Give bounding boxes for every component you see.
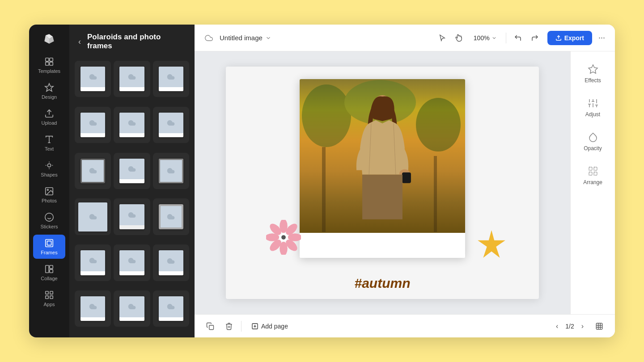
svg-rect-60 <box>596 323 602 329</box>
sidebar-item-frames[interactable]: Frames <box>33 235 65 259</box>
svg-rect-13 <box>46 265 49 273</box>
sidebar-item-collage-label: Collage <box>41 276 57 281</box>
sidebar-item-apps[interactable]: Apps <box>33 286 65 311</box>
svg-rect-18 <box>46 296 48 299</box>
frame-thumb-16[interactable] <box>75 290 111 327</box>
frame-thumb-9[interactable] <box>153 153 189 189</box>
svg-rect-55 <box>594 172 597 175</box>
export-icon <box>555 35 562 41</box>
page-next-button[interactable]: › <box>578 320 587 332</box>
frame-thumb-7[interactable] <box>75 153 111 189</box>
bottom-divider <box>241 321 242 332</box>
frame-thumb-4[interactable] <box>75 107 111 143</box>
hand-tool-button[interactable] <box>452 31 466 45</box>
fit-page-icon <box>595 322 603 330</box>
frame-thumb-6[interactable] <box>153 107 189 143</box>
sidebar-item-design-label: Design <box>42 94 57 100</box>
sidebar-item-templates-label: Templates <box>38 68 60 74</box>
frame-thumb-13[interactable] <box>75 244 111 281</box>
sidebar-item-upload-label: Upload <box>42 120 57 126</box>
sidebar-item-text[interactable]: Text <box>33 131 65 155</box>
right-item-arrange[interactable]: Arrange <box>574 160 612 191</box>
svg-rect-25 <box>434 156 437 232</box>
export-button[interactable]: Export <box>547 31 592 45</box>
frame-thumb-17[interactable] <box>114 290 150 327</box>
frame-thumb-10[interactable] <box>75 198 111 235</box>
export-label: Export <box>564 34 584 42</box>
topbar-tools: 100% <box>435 31 542 45</box>
frame-thumb-15[interactable] <box>153 244 189 281</box>
main-area: Untitled image 1 <box>195 25 615 337</box>
svg-point-7 <box>47 189 48 190</box>
sidebar-item-collage[interactable]: Collage <box>33 261 65 285</box>
arrange-icon <box>588 166 598 177</box>
cloud-save-button[interactable] <box>202 31 216 45</box>
svg-rect-0 <box>46 58 49 61</box>
canvas-right-container: #autumn Effects <box>195 51 615 314</box>
redo-button[interactable] <box>528 31 542 45</box>
svg-rect-14 <box>50 265 53 269</box>
svg-rect-19 <box>50 296 53 299</box>
undo-button[interactable] <box>511 31 525 45</box>
frames-grid <box>69 57 195 337</box>
frame-thumb-2[interactable] <box>114 61 150 97</box>
add-page-label: Add page <box>261 323 288 330</box>
svg-rect-56 <box>209 325 214 329</box>
topbar-title[interactable]: Untitled image <box>220 34 271 42</box>
adjust-label: Adjust <box>585 111 600 118</box>
frame-thumb-18[interactable] <box>153 290 189 327</box>
fit-page-button[interactable] <box>593 320 606 333</box>
frame-thumb-5[interactable] <box>114 107 150 143</box>
panel-title: Polaroids and photo frames <box>87 33 187 51</box>
zoom-value: 100% <box>474 34 490 42</box>
more-options-button[interactable]: ··· <box>596 30 608 45</box>
delete-button[interactable] <box>222 320 236 333</box>
panel-back-button[interactable]: ‹ <box>76 36 83 47</box>
effects-label: Effects <box>585 77 601 84</box>
zoom-button[interactable]: 100% <box>469 32 501 44</box>
opacity-label: Opacity <box>584 145 602 152</box>
sidebar-item-upload[interactable]: Upload <box>33 105 65 129</box>
bottombar: Add page ‹ 1/2 › <box>195 314 615 337</box>
sidebar-item-stickers-label: Stickers <box>40 224 58 229</box>
sidebar-item-frames-label: Frames <box>41 250 57 255</box>
frame-thumb-1[interactable] <box>75 61 111 97</box>
topbar-right: Export ··· <box>547 30 608 45</box>
svg-rect-12 <box>47 241 51 245</box>
frame-thumb-8[interactable] <box>114 153 150 189</box>
svg-rect-52 <box>589 167 592 170</box>
canvas-area[interactable]: #autumn <box>195 51 570 314</box>
sidebar-item-shapes[interactable]: Shapes <box>33 157 65 181</box>
right-item-effects[interactable]: Effects <box>574 59 612 89</box>
svg-rect-16 <box>46 291 48 294</box>
add-page-button[interactable]: Add page <box>247 320 292 333</box>
trash-icon <box>225 322 233 330</box>
right-item-opacity[interactable]: Opacity <box>574 126 612 157</box>
frame-thumb-11[interactable] <box>114 198 150 235</box>
svg-rect-3 <box>50 62 53 65</box>
select-tool-button[interactable] <box>435 31 449 45</box>
frame-thumb-14[interactable] <box>114 244 150 281</box>
document-title: Untitled image <box>220 34 263 42</box>
frame-thumb-3[interactable] <box>153 61 189 97</box>
svg-rect-53 <box>594 167 597 170</box>
duplicate-button[interactable] <box>203 320 217 333</box>
page-prev-button[interactable]: ‹ <box>552 320 562 332</box>
person-figure <box>342 94 423 233</box>
svg-rect-54 <box>589 172 592 175</box>
sidebar-item-shapes-label: Shapes <box>41 172 57 177</box>
sidebar-item-design[interactable]: Design <box>33 79 65 103</box>
frame-thumb-12[interactable] <box>153 198 189 235</box>
deco-star[interactable] <box>478 230 505 262</box>
app-logo[interactable] <box>41 31 57 47</box>
right-item-adjust[interactable]: Adjust <box>574 93 612 123</box>
sidebar-item-templates[interactable]: Templates <box>33 53 65 77</box>
svg-marker-41 <box>478 230 505 258</box>
photo-frame <box>300 79 465 258</box>
sidebar-item-stickers[interactable]: Stickers <box>33 209 65 233</box>
svg-point-5 <box>47 164 51 167</box>
deco-flower[interactable] <box>266 220 301 257</box>
sidebar-item-photos-label: Photos <box>42 198 57 203</box>
star-icon <box>588 64 598 75</box>
sidebar-item-photos[interactable]: Photos <box>33 183 65 207</box>
